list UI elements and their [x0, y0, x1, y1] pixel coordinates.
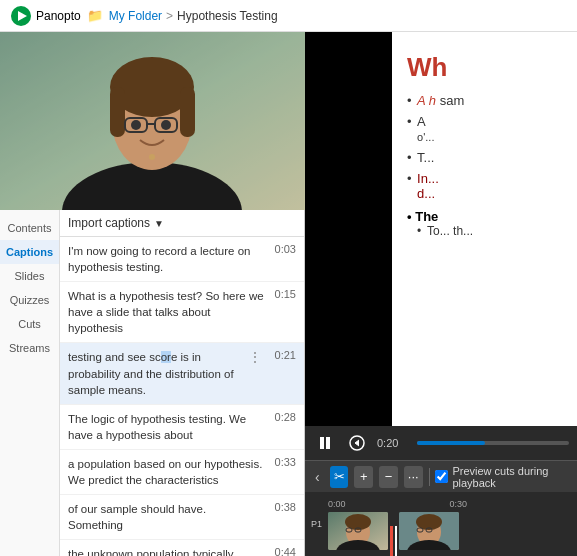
ellipsis-icon: ··· [408, 469, 419, 484]
slide-bullet: A h sam [407, 93, 562, 108]
svg-point-15 [149, 154, 155, 160]
thumb-person-bg [399, 512, 459, 550]
captions-wrapper: Contents Captions Slides Quizzes Cuts St… [0, 210, 304, 556]
caption-time: 0:38 [268, 501, 296, 513]
svg-point-13 [131, 120, 141, 130]
sidebar-item-quizzes[interactable]: Quizzes [0, 288, 59, 312]
svg-rect-16 [320, 437, 324, 449]
side-nav: Contents Captions Slides Quizzes Cuts St… [0, 210, 60, 556]
caption-text: testing and see score is in probability … [68, 349, 242, 397]
slide-sub-bullet: To... th... [407, 224, 562, 238]
webcam-svg [0, 32, 305, 210]
import-captions-button[interactable]: Import captions ▼ [60, 210, 304, 237]
caption-text: the unknown population typically researc… [68, 546, 264, 556]
slide-title-partial: Wh [407, 52, 562, 83]
progress-fill [417, 441, 485, 445]
plus-icon: + [360, 469, 368, 484]
webcam-video [0, 32, 305, 210]
app-logo[interactable]: Panopto [10, 5, 81, 27]
minus-icon: − [385, 469, 393, 484]
player-controls: 0:20 [305, 426, 577, 460]
caption-item-highlighted[interactable]: testing and see score is in probability … [60, 343, 304, 404]
svg-rect-9 [180, 87, 195, 137]
scissors-button[interactable]: ✂ [330, 466, 349, 488]
svg-point-14 [161, 120, 171, 130]
timeline-thumbnail[interactable] [399, 512, 459, 550]
rewind-button[interactable] [345, 431, 369, 455]
add-cut-button[interactable]: + [354, 466, 373, 488]
caption-item[interactable]: of our sample should have. Something 0:3… [60, 495, 304, 540]
breadcrumb-folder-icon: 📁 [87, 8, 103, 23]
webcam-placeholder [0, 32, 305, 210]
panopto-logo-icon [10, 5, 32, 27]
caption-menu-icon[interactable]: ⋮ [246, 349, 264, 365]
timeline-track[interactable]: 0:00 0:30 [328, 498, 571, 550]
prev-nav-button[interactable]: ‹ [311, 467, 324, 487]
preview-cuts-label: Preview cuts during playback [435, 465, 571, 489]
time-mark-mid: 0:30 [450, 499, 468, 509]
timeline-thumbnail[interactable] [328, 512, 388, 550]
left-panel: Contents Captions Slides Quizzes Cuts St… [0, 32, 305, 556]
p1-label: P1 [311, 519, 322, 529]
caption-time: 0:33 [268, 456, 296, 468]
main-area: Contents Captions Slides Quizzes Cuts St… [0, 32, 577, 556]
preview-cuts-text: Preview cuts during playback [452, 465, 571, 489]
caption-item[interactable]: The logic of hypothesis testing. We have… [60, 405, 304, 450]
cut-marker [390, 526, 393, 556]
sidebar-item-streams[interactable]: Streams [0, 336, 59, 360]
breadcrumb-folder[interactable]: My Folder [109, 9, 162, 23]
captions-list[interactable]: I'm now going to record a lecture on hyp… [60, 237, 304, 556]
caption-time: 0:03 [268, 243, 296, 255]
pause-button[interactable] [313, 431, 337, 455]
breadcrumb-separator: > [166, 9, 173, 23]
slide-bullet: In...d... [407, 171, 562, 201]
sidebar-item-cuts[interactable]: Cuts [0, 312, 59, 336]
captions-panel: Import captions ▼ I'm now going to recor… [60, 210, 304, 556]
breadcrumb-title: Hypothesis Testing [177, 9, 278, 23]
caption-time: 0:44 [268, 546, 296, 556]
playhead [395, 526, 397, 556]
caption-text: of our sample should have. Something [68, 501, 264, 533]
bottom-toolbar: ‹ ✂ + − ··· Preview cuts during playback [305, 460, 577, 492]
sidebar-item-contents[interactable]: Contents [0, 216, 59, 240]
caption-item[interactable]: What is a hypothesis test? So here we ha… [60, 282, 304, 343]
slide-section-header: • The [407, 209, 562, 224]
caption-text: The logic of hypothesis testing. We have… [68, 411, 264, 443]
svg-rect-8 [110, 87, 125, 137]
thumbnail-strip [328, 512, 571, 550]
caption-item[interactable]: a population based on our hypothesis. We… [60, 450, 304, 495]
sidebar-item-slides[interactable]: Slides [0, 264, 59, 288]
preview-cuts-checkbox[interactable] [435, 470, 448, 483]
slide-main: Wh A h sam Ao'... T... In...d... • The T… [305, 32, 577, 426]
import-captions-label: Import captions [68, 216, 150, 230]
thumb-person-bg [328, 512, 388, 550]
svg-rect-17 [326, 437, 330, 449]
slide-black-area [305, 32, 392, 426]
dropdown-arrow-icon: ▼ [154, 218, 164, 229]
caption-text: What is a hypothesis test? So here we ha… [68, 288, 264, 336]
timeline-strip: P1 0:00 0:30 [305, 492, 577, 556]
toolbar-divider [429, 468, 430, 486]
more-options-button[interactable]: ··· [404, 466, 423, 488]
scissors-icon: ✂ [334, 469, 345, 484]
caption-text: I'm now going to record a lecture on hyp… [68, 243, 264, 275]
time-display: 0:20 [377, 437, 409, 449]
caption-text: a population based on our hypothesis. We… [68, 456, 264, 488]
caption-item[interactable]: I'm now going to record a lecture on hyp… [60, 237, 304, 282]
progress-bar[interactable] [417, 441, 569, 445]
caption-time: 0:21 [268, 349, 296, 361]
sidebar-item-captions[interactable]: Captions [0, 240, 59, 264]
breadcrumb: My Folder > Hypothesis Testing [109, 9, 278, 23]
time-mark-start: 0:00 [328, 499, 346, 509]
slide-view: Wh A h sam Ao'... T... In...d... • The T… [305, 32, 577, 556]
slide-bullet: Ao'... [407, 114, 562, 144]
timeline-markers: 0:00 0:30 [328, 498, 571, 510]
app-name: Panopto [36, 9, 81, 23]
caption-item[interactable]: the unknown population typically researc… [60, 540, 304, 556]
slide-bullet: T... [407, 150, 562, 165]
caption-time: 0:28 [268, 411, 296, 423]
slide-content: Wh A h sam Ao'... T... In...d... • The T… [392, 32, 577, 426]
header: Panopto 📁 My Folder > Hypothesis Testing [0, 0, 577, 32]
remove-cut-button[interactable]: − [379, 466, 398, 488]
caption-time: 0:15 [268, 288, 296, 300]
